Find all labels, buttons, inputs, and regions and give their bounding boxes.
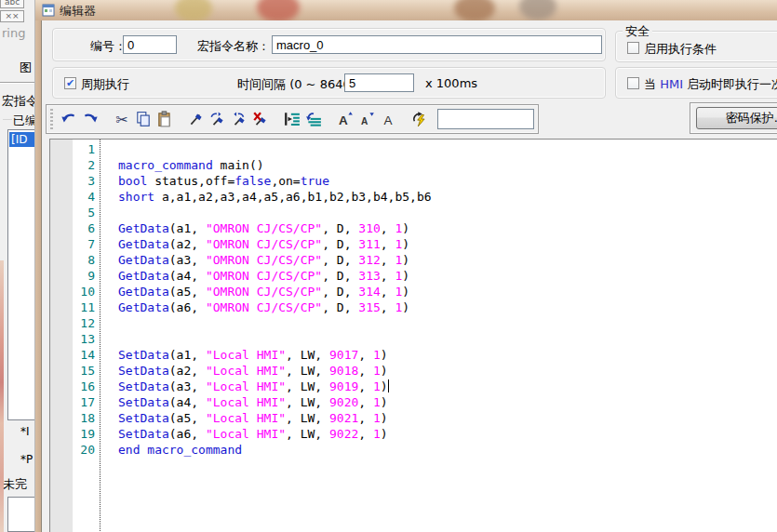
note-line-1: *I — [20, 425, 30, 438]
code-line[interactable]: 19SetData(a6, "Local HMI", LW, 9022, 1) — [50, 426, 777, 442]
svg-text:A: A — [361, 116, 368, 126]
note-line-2: *P — [20, 453, 33, 466]
line-number: 14 — [74, 347, 95, 363]
svg-text:A: A — [383, 113, 392, 127]
macro-id-input[interactable] — [123, 35, 177, 54]
font-default-icon[interactable]: A — [377, 108, 398, 130]
editor-toolbar: ✂AAA — [46, 104, 539, 134]
line-number: 11 — [74, 299, 95, 315]
font-increase-icon[interactable]: A — [334, 108, 355, 130]
line-number: 17 — [74, 394, 95, 410]
code-line[interactable]: 20end macro_command — [50, 442, 777, 458]
code-line[interactable]: 5 — [50, 205, 777, 220]
line-text: GetData(a1, "OMRON CJ/CS/CP", D, 310, 1) — [118, 220, 409, 236]
security-group: 安全 启用执行条件 — [615, 31, 777, 62]
code-line[interactable]: 14SetData(a1, "Local HMI", LW, 9017, 1) — [50, 347, 777, 363]
password-panel: 密码保护... — [690, 102, 777, 134]
bookmark-next-icon[interactable] — [207, 108, 228, 130]
code-line[interactable]: 8GetData(a3, "OMRON CJ/CS/CP", D, 312, 1… — [50, 252, 777, 268]
code-line[interactable]: 1 — [50, 141, 777, 157]
line-number: 6 — [74, 220, 95, 236]
code-line[interactable]: 3bool status,off=false,on=true — [50, 173, 777, 189]
code-line[interactable]: 9GetData(a4, "OMRON CJ/CS/CP", D, 313, 1… — [50, 268, 777, 284]
line-text: short a,a1,a2,a3,a4,a5,a6,b1,b2,b3,b4,b5… — [118, 189, 432, 205]
dialog-icon — [42, 4, 55, 17]
dialog-title: 编辑器 — [60, 3, 96, 20]
svg-text:A: A — [338, 113, 347, 127]
toolbar-buttons: ✂AAA — [58, 108, 430, 130]
line-text: SetData(a5, "Local HMI", LW, 9021, 1) — [118, 410, 388, 426]
toolbar-grip[interactable] — [50, 109, 53, 129]
code-line[interactable]: 16SetData(a3, "Local HMI", LW, 9019, 1) — [50, 379, 777, 394]
cut-icon[interactable]: ✂ — [111, 108, 132, 130]
line-text: SetData(a2, "Local HMI", LW, 9018, 1) — [118, 363, 388, 379]
bookmark-clear-icon[interactable] — [249, 108, 271, 130]
macro-pane-title: 宏指令 — [2, 93, 35, 110]
security-group-label: 安全 — [623, 23, 652, 40]
font-decrease-icon[interactable]: A — [355, 108, 377, 130]
outdent-icon[interactable] — [302, 108, 324, 130]
dialog-titlebar[interactable]: 编辑器 — [35, 0, 777, 20]
macro-name-input[interactable] — [272, 35, 602, 54]
paste-icon[interactable] — [154, 108, 175, 130]
line-text: macro_command main() — [118, 157, 264, 173]
line-text: SetData(a4, "Local HMI", LW, 9020, 1) — [118, 394, 388, 410]
line-text: GetData(a5, "OMRON CJ/CS/CP", D, 314, 1) — [118, 284, 409, 299]
code-line[interactable]: 15SetData(a2, "Local HMI", LW, 9018, 1) — [50, 363, 777, 379]
background-window-panel: abc ×× ring 图 宏指令 已编 [ID *I *P 未完 — [0, 0, 35, 532]
line-number: 12 — [74, 315, 95, 331]
bookmark-toggle-icon[interactable] — [185, 108, 207, 130]
clipped-tab-label[interactable]: 图 — [20, 60, 32, 76]
panel-divider — [0, 82, 35, 84]
code-line[interactable]: 18SetData(a5, "Local HMI", LW, 9021, 1) — [50, 410, 777, 426]
id-name-group: 编号 : 宏指令名称 : — [52, 28, 606, 61]
code-line[interactable]: 13 — [50, 331, 777, 347]
code-line[interactable]: 7GetData(a2, "OMRON CJ/CS/CP", D, 311, 1… — [50, 236, 777, 252]
refresh-keyword-icon[interactable] — [409, 108, 430, 130]
copy-icon[interactable] — [132, 108, 154, 130]
password-protect-button[interactable]: 密码保护... — [696, 107, 777, 129]
enable-condition-label: 启用执行条件 — [644, 41, 717, 58]
line-text: SetData(a6, "Local HMI", LW, 9022, 1) — [118, 426, 388, 442]
line-number: 13 — [74, 331, 95, 347]
code-line[interactable]: 10GetData(a5, "OMRON CJ/CS/CP", D, 314, … — [50, 284, 777, 299]
macro-name-label: 宏指令名称 : — [197, 38, 266, 55]
keyword-search-input[interactable] — [437, 109, 534, 129]
macro-list-selected-item[interactable]: [ID — [9, 132, 34, 147]
enable-condition-checkbox[interactable] — [627, 42, 639, 54]
code-editor[interactable]: 12macro_command main()3bool status,off=f… — [49, 139, 777, 532]
undo-icon[interactable] — [58, 108, 79, 130]
macro-list[interactable]: [ID — [7, 129, 35, 420]
line-number: 2 — [74, 157, 95, 173]
uncompiled-group-label: 未完 — [3, 476, 27, 493]
code-line[interactable]: 12 — [50, 315, 777, 331]
code-line[interactable]: 11GetData(a6, "OMRON CJ/CS/CP", D, 315, … — [50, 299, 777, 315]
secondary-list[interactable] — [7, 497, 35, 532]
interval-unit-label: x 100ms — [425, 76, 477, 90]
groupbox-border-fragment — [3, 119, 12, 120]
code-line[interactable]: 2macro_command main() — [50, 157, 777, 173]
code-line[interactable]: 4short a,a1,a2,a3,a4,a5,a6,b1,b2,b3,b4,b… — [50, 189, 777, 205]
indent-icon[interactable] — [281, 108, 302, 130]
line-number: 18 — [74, 410, 95, 426]
code-line[interactable]: 17SetData(a4, "Local HMI", LW, 9020, 1) — [50, 394, 777, 410]
line-number: 7 — [74, 236, 95, 252]
code-line[interactable]: 6GetData(a1, "OMRON CJ/CS/CP", D, 310, 1… — [50, 220, 777, 236]
close-xx-toolbar-button[interactable]: ×× — [0, 10, 24, 22]
abc-toolbar-button[interactable]: abc — [0, 0, 24, 8]
line-number: 15 — [74, 363, 95, 379]
bookmark-prev-icon[interactable] — [228, 108, 249, 130]
periodic-group: ✔ 周期执行 时间间隔 (0 ~ 864000) : x 100ms — [52, 67, 606, 99]
line-number: 8 — [74, 252, 95, 268]
periodic-checkbox[interactable]: ✔ — [64, 77, 76, 89]
dialog-client-area: 编号 : 宏指令名称 : 安全 启用执行条件 ✔ 周期执行 时间间隔 (0 ~ … — [41, 20, 777, 532]
line-text: end macro_command — [118, 442, 242, 458]
interval-input[interactable] — [344, 73, 414, 92]
text-caret — [388, 379, 389, 392]
line-number: 3 — [74, 173, 95, 189]
code-lines: 12macro_command main()3bool status,off=f… — [50, 141, 777, 458]
startup-checkbox[interactable] — [627, 77, 639, 89]
startup-label: 当 HMI 启动时即执行一次 — [644, 76, 777, 93]
redo-icon[interactable] — [79, 108, 100, 130]
line-number: 16 — [74, 379, 95, 394]
